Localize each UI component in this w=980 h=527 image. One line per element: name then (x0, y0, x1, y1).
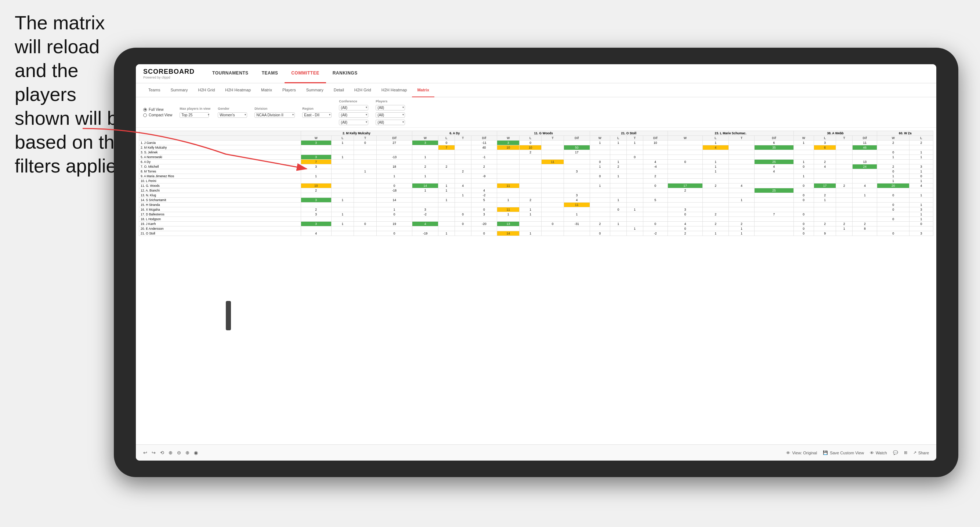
matrix-cell: 0 (794, 164, 814, 169)
players-select-2[interactable]: (All) (375, 112, 405, 118)
subnav-teams[interactable]: Teams (143, 83, 165, 97)
add-btn[interactable]: ⊕ (185, 450, 189, 456)
matrix-cell (376, 145, 412, 150)
matrix-cell: 2 (729, 222, 754, 227)
nav-committee[interactable]: COMMITTEE (285, 64, 326, 83)
subnav-matrix2[interactable]: Matrix (412, 83, 434, 97)
tablet-power-button[interactable] (226, 301, 231, 330)
matrix-cell (814, 188, 836, 193)
subnav-detail[interactable]: Detail (329, 83, 349, 97)
matrix-cell (519, 193, 541, 198)
matrix-cell (729, 188, 754, 193)
subnav-players[interactable]: Players (277, 83, 301, 97)
matrix-cell (455, 145, 471, 150)
sh-23-t: T (729, 136, 754, 141)
matrix-cell (909, 198, 933, 203)
matrix-cell (836, 207, 853, 212)
conference-select-wrapper-1: (All) (339, 104, 368, 111)
matrix-cell (794, 145, 814, 150)
matrix-cell (564, 207, 590, 212)
matrix-cell: 0 (668, 212, 702, 217)
matrix-cell: 17 (814, 184, 836, 188)
subnav-h2h-heatmap2[interactable]: H2H Heatmap (376, 83, 412, 97)
matrix-cell (794, 203, 814, 207)
sh-11-l: L (519, 136, 541, 141)
redo-btn[interactable]: ↪ (152, 450, 156, 456)
division-select[interactable]: NCAA Division II NCAA Division I NCAA Di… (255, 112, 295, 118)
zoom-out-btn[interactable]: ⊖ (177, 450, 181, 456)
subnav-h2h-grid[interactable]: H2H Grid (193, 83, 220, 97)
matrix-cell: 2 (301, 188, 331, 193)
nav-rankings[interactable]: RANKINGS (326, 64, 364, 83)
matrix-cell (301, 203, 331, 207)
matrix-cell (729, 150, 754, 155)
sub-nav: Teams Summary H2H Grid H2H Heatmap Matri… (136, 83, 936, 97)
matrix-cell (438, 193, 455, 198)
matrix-cell (853, 179, 877, 184)
matrix-cell (610, 150, 627, 155)
matrix-cell: 2 (668, 188, 702, 193)
matrix-cell (455, 150, 471, 155)
matrix-cell: 1 (412, 155, 438, 160)
gender-select[interactable]: Women's Men's (218, 112, 247, 118)
matrix-cell (643, 145, 668, 150)
nav-teams[interactable]: TEAMS (255, 64, 285, 83)
subnav-summary[interactable]: Summary (165, 83, 193, 97)
matrix-cell (610, 203, 627, 207)
save-custom-btn[interactable]: 💾 Save Custom View (823, 450, 864, 455)
matrix-cell: 11 (564, 203, 590, 207)
grid-btn[interactable]: ⊞ (904, 450, 907, 455)
matrix-cell (455, 179, 471, 184)
region-select[interactable]: East - DII West - DII (302, 112, 332, 118)
conference-select-1[interactable]: (All) (339, 105, 368, 111)
watch-btn[interactable]: 👁 Watch (870, 451, 887, 455)
matrix-cell (412, 145, 438, 150)
full-view-radio[interactable]: Full View (143, 108, 172, 111)
conference-label: Conference (339, 100, 368, 103)
conference-select-3[interactable]: (All) (339, 120, 368, 125)
matrix-cell: 0 (376, 231, 412, 236)
conference-select-2[interactable]: (All) (339, 112, 368, 118)
compact-view-label: Compact View (149, 113, 172, 117)
matrix-cell: 1 (497, 198, 519, 203)
matrix-cell (729, 217, 754, 222)
matrix-cell: 0 (877, 231, 909, 236)
refresh-btn[interactable]: ⟲ (160, 450, 164, 456)
share-btn[interactable]: ↗ Share (913, 450, 929, 455)
matrix-cell (729, 141, 754, 145)
nav-tournaments[interactable]: TOURNAMENTS (205, 64, 255, 83)
subnav-h2h-grid2[interactable]: H2H Grid (349, 83, 376, 97)
matrix-cell: 10 (301, 184, 331, 188)
matrix-cell (668, 150, 702, 155)
matrix-cell: 1 (703, 169, 729, 174)
matrix-cell (836, 231, 853, 236)
players-select-1[interactable]: (All) (375, 105, 405, 111)
matrix-cell: 1 (729, 198, 754, 203)
matrix-cell (703, 188, 729, 193)
matrix-cell: 2 (668, 231, 702, 236)
subnav-summary2[interactable]: Summary (301, 83, 329, 97)
table-row: 9. A Maria Jimenez Rios111-9012110 (139, 174, 933, 179)
matrix-cell (836, 155, 853, 160)
matrix-cell (438, 217, 455, 222)
view-original-btn[interactable]: 👁 View: Original (786, 451, 817, 455)
eye-icon: 👁 (786, 451, 790, 455)
matrix-cell (590, 198, 610, 203)
players-select-3[interactable]: (All) (375, 120, 405, 125)
table-row: 3. S. Jelinek21701 (139, 150, 933, 155)
max-players-select[interactable]: Top 25 Top 10 Top 50 (180, 112, 209, 118)
sh-23-w: W (668, 136, 702, 141)
filter-bar: Full View Compact View Max players in vi… (136, 97, 936, 128)
matrix-cell (909, 188, 933, 193)
comment-btn[interactable]: 💬 (893, 450, 898, 455)
subnav-matrix[interactable]: Matrix (256, 83, 277, 97)
matrix-cell (412, 203, 438, 207)
matrix-cell (376, 169, 412, 174)
table-row: 1. J Garcia3102730-11301111016131122 (139, 141, 933, 145)
zoom-in-btn[interactable]: ⊕ (169, 450, 173, 456)
matrix-header-name (139, 131, 301, 136)
subnav-h2h-heatmap[interactable]: H2H Heatmap (220, 83, 256, 97)
settings-btn[interactable]: ◉ (194, 450, 198, 456)
compact-view-radio[interactable]: Compact View (143, 113, 172, 117)
undo-btn[interactable]: ↩ (143, 450, 147, 456)
